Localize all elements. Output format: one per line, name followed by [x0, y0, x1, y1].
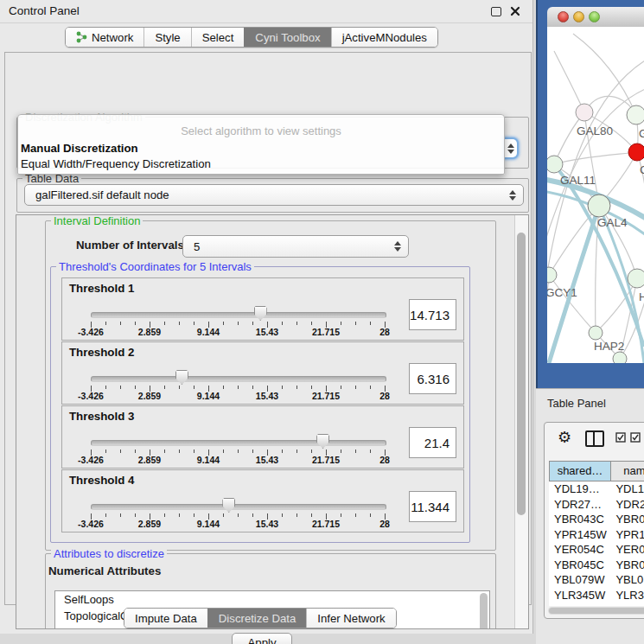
table-data-combo[interactable]: galFiltered.sif default node [24, 184, 524, 206]
table-row[interactable]: YPR145WYPR1 [549, 527, 644, 543]
bottom-tab-infer-network[interactable]: Infer Network [306, 609, 395, 628]
gear-icon[interactable]: ⚙ [558, 430, 571, 445]
minor-tick [341, 386, 341, 389]
minor-tick [370, 513, 371, 517]
tick-label: 21.715 [312, 327, 340, 337]
tab-cyni-toolbox[interactable]: Cyni Toolbox [244, 28, 330, 47]
cyni-toolbox-panel: Discretization Algorithm Select algorith… [4, 52, 532, 605]
minor-tick [341, 322, 341, 325]
thresholds-group: Threshold's Coordinates for 5 Intervals … [50, 266, 470, 543]
table-row[interactable]: YDR27…YDR2 [549, 497, 644, 513]
minor-tick [282, 322, 283, 325]
table-row[interactable]: YLR345WYLR3 [549, 588, 644, 603]
slider-thumb[interactable] [175, 370, 188, 385]
column-header[interactable]: shared… [549, 461, 611, 481]
threshold-value-field[interactable]: 21.4 [409, 427, 456, 458]
minor-tick [311, 513, 312, 517]
close-traffic-light-icon[interactable] [558, 11, 569, 22]
algorithm-option[interactable]: Equal Width/Frequency Discretization [21, 157, 211, 170]
minor-tick [311, 450, 312, 453]
network-node[interactable] [613, 352, 627, 363]
minor-tick [179, 386, 180, 389]
zoom-traffic-light-icon[interactable] [589, 11, 600, 22]
slider-track[interactable] [91, 376, 386, 382]
scrollbar-thumb[interactable] [517, 233, 526, 515]
tab-jactivemnodules[interactable]: jActiveMNodules [331, 28, 437, 47]
slider-track[interactable] [91, 504, 386, 510]
select-checkbox-icon[interactable] [615, 432, 626, 445]
threshold-label: Threshold 4 [69, 474, 134, 487]
slider-thumb[interactable] [254, 306, 267, 321]
network-node[interactable] [576, 104, 593, 121]
threshold-label: Threshold 3 [69, 410, 134, 423]
attribute-list-item[interactable]: SelfLoops [55, 591, 489, 608]
tick-label: 9.144 [197, 327, 220, 337]
minor-tick [370, 386, 371, 389]
tab-network[interactable]: Network [66, 28, 143, 47]
minor-tick [355, 513, 356, 517]
tick-label: 9.144 [197, 455, 220, 465]
column-header[interactable]: name [611, 461, 644, 481]
node-label: GA [639, 127, 644, 140]
minor-tick [179, 450, 180, 453]
slider-thumb[interactable] [222, 498, 235, 513]
algorithm-combo-stepper[interactable] [504, 137, 519, 159]
num-intervals-label: Number of Intervals [76, 239, 184, 252]
slider-thumb[interactable] [316, 434, 329, 449]
table-cell: YDL1 [610, 482, 644, 495]
slider-track[interactable] [91, 440, 386, 446]
minor-tick [120, 322, 121, 325]
minor-tick [135, 513, 136, 517]
table-cell: YBL0 [610, 573, 644, 586]
table-data-combo-value: galFiltered.sif default node [35, 185, 169, 205]
table-row[interactable]: YER054CYER0 [549, 542, 644, 558]
network-node[interactable] [547, 267, 557, 283]
threshold-value-field[interactable]: 6.316 [409, 363, 456, 394]
bottom-tab-impute-data[interactable]: Impute Data [124, 609, 207, 628]
minor-tick [179, 322, 180, 325]
minor-tick [194, 386, 194, 389]
table-row[interactable]: YBR043CYBR0 [549, 512, 644, 527]
minimize-traffic-light-icon[interactable] [573, 11, 584, 22]
column-layout-icon[interactable] [585, 430, 604, 447]
network-node[interactable] [589, 326, 603, 340]
table-cell: YIL052C [549, 603, 610, 606]
network-node[interactable] [628, 143, 644, 161]
minor-tick [370, 450, 371, 453]
network-node[interactable] [628, 269, 644, 288]
list-scrollbar-thumb[interactable] [480, 593, 488, 629]
tab-style[interactable]: Style [143, 28, 190, 47]
table-horizontal-scrollbar[interactable] [548, 607, 644, 615]
network-node[interactable] [627, 105, 644, 124]
threshold-value-field[interactable]: 14.713 [409, 299, 456, 330]
node-table-panel: ⚙ shared…name YDL19…YDL1YDR27…YDR2YBR043… [544, 422, 644, 619]
tab-select[interactable]: Select [191, 28, 245, 47]
threshold-label: Threshold 1 [69, 282, 134, 295]
tab-label: Network [92, 31, 133, 44]
scrollbar-thumb[interactable] [549, 608, 644, 614]
node-label: GCY1 [547, 286, 577, 299]
bottom-tab-discretize-data[interactable]: Discretize Data [207, 609, 306, 628]
table-row[interactable]: YIL052CYIL0 [549, 603, 644, 606]
control-panel-tabs: NetworkStyleSelectCyni ToolboxjActiveMNo… [65, 27, 438, 48]
table-row[interactable]: YBR045CYBR0 [549, 558, 644, 573]
network-node[interactable] [588, 194, 610, 217]
table-cell: YDL19… [549, 482, 610, 495]
minor-tick [355, 322, 356, 325]
table-panel-section: Table Panel ⚙ shared…name YDL19…YDL1YDR2… [536, 388, 644, 644]
threshold-value-field[interactable]: 11.344 [409, 491, 456, 522]
table-row[interactable]: YDL19…YDL1 [549, 481, 644, 497]
float-window-icon[interactable] [491, 7, 501, 16]
table-cell: YLR345W [549, 589, 610, 602]
select-all-checkbox-icon[interactable] [630, 432, 641, 445]
num-intervals-combo[interactable]: 5 [182, 235, 409, 258]
close-icon[interactable] [510, 6, 520, 16]
slider-track[interactable] [91, 312, 386, 318]
network-view-canvas[interactable]: GAL80GACGAL11GAL4GCY1HHAP2 [547, 27, 644, 363]
table-row[interactable]: YBL079WYBL0 [549, 572, 644, 588]
network-node[interactable] [547, 156, 563, 173]
apply-button[interactable]: Apply [232, 633, 292, 644]
algorithm-option[interactable]: Manual Discretization [21, 142, 138, 155]
scrollpane-scrollbar[interactable] [514, 215, 528, 628]
tab-label: Cyni Toolbox [255, 31, 320, 44]
